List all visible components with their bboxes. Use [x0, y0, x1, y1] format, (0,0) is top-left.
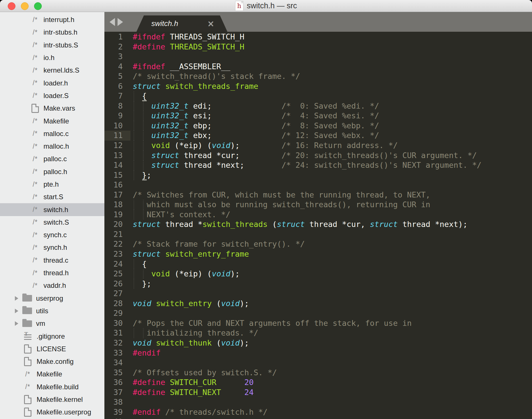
sidebar-item-utils[interactable]: utils	[0, 305, 104, 317]
line-number[interactable]: 28	[104, 299, 123, 309]
sidebar-item-makefile[interactable]: /*Makefile	[0, 368, 104, 380]
line-number[interactable]: 34	[104, 358, 123, 368]
line-number[interactable]: 12	[104, 141, 123, 151]
sidebar-item-io-h[interactable]: /*io.h	[0, 51, 104, 64]
line-number[interactable]: 1	[104, 32, 123, 42]
code-line-31[interactable]: 31 initializing threads. */	[104, 328, 532, 338]
line-number[interactable]: 16	[104, 180, 123, 190]
code-line-12[interactable]: 12 void (*eip) (void); /* 16: Return add…	[104, 141, 532, 151]
line-number[interactable]: 40	[104, 417, 123, 419]
line-number[interactable]: 7	[104, 91, 123, 101]
line-number[interactable]: 5	[104, 71, 123, 81]
sidebar-item-vaddr-h[interactable]: /*vaddr.h	[0, 279, 104, 292]
code-line-28[interactable]: 28void switch_entry (void);	[104, 299, 532, 309]
sidebar-item-make-config[interactable]: Make.config	[0, 355, 104, 368]
line-number[interactable]: 33	[104, 348, 123, 358]
code-line-19[interactable]: 19 NEXT's context. */	[104, 210, 532, 220]
code-line-9[interactable]: 9 uint32_t esi; /* 4: Saved %esi. */	[104, 111, 532, 121]
line-number[interactable]: 26	[104, 279, 123, 289]
line-number[interactable]: 38	[104, 397, 123, 407]
code-line-21[interactable]: 21	[104, 230, 532, 240]
line-number[interactable]: 17	[104, 190, 123, 200]
line-number[interactable]: 19	[104, 210, 123, 220]
close-window-button[interactable]	[8, 2, 15, 10]
sidebar-item-makefile-kernel[interactable]: Makefile.kernel	[0, 393, 104, 406]
sidebar-item-makefile-build[interactable]: /*Makefile.build	[0, 381, 104, 393]
sidebar-item-gitignore[interactable]: .gitignore	[0, 330, 104, 342]
line-number[interactable]: 23	[104, 249, 123, 259]
nav-back-icon[interactable]	[110, 18, 115, 26]
sidebar-item-thread-c[interactable]: /*thread.c	[0, 254, 104, 267]
code-line-6[interactable]: 6struct switch_threads_frame	[104, 81, 532, 91]
code-line-27[interactable]: 27	[104, 289, 532, 299]
sidebar-item-intr-stubs-h[interactable]: /*intr-stubs.h	[0, 26, 104, 39]
sidebar-item-intr-stubs-s[interactable]: /*intr-stubs.S	[0, 39, 104, 51]
sidebar-item-synch-c[interactable]: /*synch.c	[0, 229, 104, 241]
code-line-14[interactable]: 14 struct thread *next; /* 24: switch_th…	[104, 160, 532, 170]
sidebar-item-makefile-userprog[interactable]: Makefile.userprog	[0, 406, 104, 418]
code-line-25[interactable]: 25 void (*eip) (void);	[104, 269, 532, 279]
sidebar-item-palloc-h[interactable]: /*palloc.h	[0, 165, 104, 178]
line-number[interactable]: 4	[104, 62, 123, 72]
line-number[interactable]: 21	[104, 230, 123, 240]
sidebar-item-thread-h[interactable]: /*thread.h	[0, 267, 104, 279]
line-number[interactable]: 31	[104, 328, 123, 338]
zoom-window-button[interactable]	[34, 2, 42, 10]
sidebar-item-loader-s[interactable]: /*loader.S	[0, 89, 104, 102]
code-line-37[interactable]: 37#define SWITCH_NEXT 24	[104, 388, 532, 398]
code-line-29[interactable]: 29	[104, 308, 532, 318]
sidebar-item-pte-h[interactable]: /*pte.h	[0, 178, 104, 191]
code-line-30[interactable]: 30/* Pops the CUR and NEXT arguments off…	[104, 318, 532, 328]
sidebar-item-palloc-c[interactable]: /*palloc.c	[0, 153, 104, 165]
sidebar-item-loader-h[interactable]: /*loader.h	[0, 77, 104, 89]
code-line-15[interactable]: 15 };	[104, 170, 532, 180]
line-number[interactable]: 36	[104, 378, 123, 388]
code-line-7[interactable]: 7 {	[104, 91, 532, 101]
code-line-8[interactable]: 8 uint32_t edi; /* 0: Saved %edi. */	[104, 101, 532, 111]
sidebar-item-malloc-c[interactable]: /*malloc.c	[0, 127, 104, 140]
line-number[interactable]: 35	[104, 368, 123, 378]
line-number[interactable]: 9	[104, 111, 123, 121]
tab-close-icon[interactable]: ×	[205, 15, 217, 32]
line-number[interactable]: 37	[104, 388, 123, 398]
line-number[interactable]: 24	[104, 259, 123, 269]
code-line-16[interactable]: 16	[104, 180, 532, 190]
code-line-23[interactable]: 23struct switch_entry_frame	[104, 249, 532, 259]
code-line-32[interactable]: 32void switch_thunk (void);	[104, 338, 532, 348]
line-number[interactable]: 18	[104, 200, 123, 210]
line-number[interactable]: 20	[104, 220, 123, 230]
code-line-34[interactable]: 34	[104, 358, 532, 368]
code-line-38[interactable]: 38	[104, 397, 532, 407]
sidebar-item-makefile[interactable]: /*Makefile	[0, 115, 104, 127]
code-line-36[interactable]: 36#define SWITCH_CUR 20	[104, 378, 532, 388]
code-line-5[interactable]: 5/* switch_thread()'s stack frame. */	[104, 71, 532, 81]
code-line-17[interactable]: 17/* Switches from CUR, which must be th…	[104, 190, 532, 200]
sidebar-item-start-s[interactable]: /*start.S	[0, 191, 104, 203]
code-line-33[interactable]: 33#endif	[104, 348, 532, 358]
code-line-24[interactable]: 24 {	[104, 259, 532, 269]
line-number[interactable]: 14	[104, 160, 123, 170]
line-number[interactable]: 32	[104, 338, 123, 348]
code-line-26[interactable]: 26 };	[104, 279, 532, 289]
code-line-13[interactable]: 13 struct thread *cur; /* 20: switch_thr…	[104, 151, 532, 161]
line-number[interactable]: 39	[104, 407, 123, 417]
sidebar-item-make-vars[interactable]: Make.vars	[0, 102, 104, 115]
sidebar-item-synch-h[interactable]: /*synch.h	[0, 241, 104, 254]
line-number[interactable]: 2	[104, 42, 123, 52]
code-line-22[interactable]: 22/* Stack frame for switch_entry(). */	[104, 239, 532, 249]
sidebar-item-vm[interactable]: vm	[0, 317, 104, 330]
code-line-40[interactable]: 40	[104, 417, 532, 419]
sidebar-item-license[interactable]: LICENSE	[0, 343, 104, 355]
sidebar-item-userprog[interactable]: userprog	[0, 292, 104, 305]
code-line-3[interactable]: 3	[104, 52, 532, 62]
line-number[interactable]: 25	[104, 269, 123, 279]
disclosure-triangle-icon[interactable]	[15, 296, 18, 301]
line-number[interactable]: 6	[104, 81, 123, 91]
line-number[interactable]: 13	[104, 151, 123, 161]
disclosure-triangle-icon[interactable]	[15, 309, 18, 313]
code-line-4[interactable]: 4#ifndef __ASSEMBLER__	[104, 62, 532, 72]
line-number[interactable]: 29	[104, 308, 123, 318]
line-number[interactable]: 22	[104, 239, 123, 249]
code-line-35[interactable]: 35/* Offsets used by switch.S. */	[104, 368, 532, 378]
code-line-11[interactable]: 11 uint32_t ebx; /* 12: Saved %ebx. */	[104, 131, 532, 141]
